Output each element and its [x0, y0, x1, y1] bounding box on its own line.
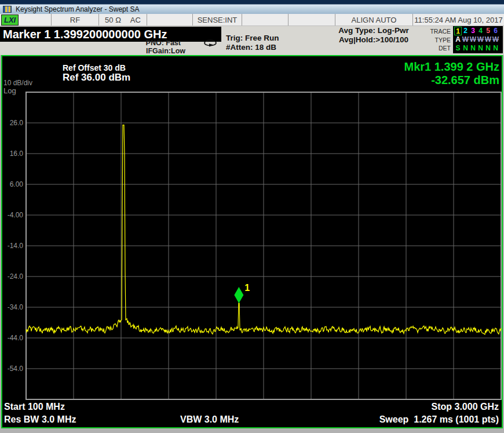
- trace-label: TRACE: [430, 27, 451, 36]
- align-indicator: ALIGN AUTO: [352, 16, 397, 24]
- y-axis-label: 26.0: [2, 119, 23, 127]
- title-bar[interactable]: Keysight Spectrum Analyzer - Swept SA: [0, 0, 504, 14]
- trace-select-button-5[interactable]: 5: [484, 27, 492, 35]
- pno-ifgain-block: PNO: Fast IFGain:Low: [86, 39, 200, 55]
- trace-type-cell-5: W: [484, 35, 492, 44]
- stop-freq-readout: Stop 3.000 GHz: [432, 402, 499, 412]
- impedance-indicator: 50 Ω: [105, 16, 121, 24]
- marker-freq-readout: Mkr1 1.399 2 GHz: [404, 60, 499, 74]
- status-seg-lxi: LXI: [0, 14, 51, 26]
- window-title: Keysight Spectrum Analyzer - Swept SA: [16, 5, 139, 13]
- y-axis-label: -4.00: [2, 211, 23, 219]
- y-axis-label: -54.0: [2, 365, 23, 373]
- atten-readout: #Atten: 18 dB: [226, 43, 279, 52]
- status-seg-blank-2: [242, 14, 288, 26]
- pno-readout: PNO: Fast: [86, 39, 200, 47]
- res-bw-readout: Res BW 3.0 MHz: [4, 414, 76, 425]
- ifgain-readout: IFGain:Low: [86, 47, 200, 55]
- sweep-time-readout: Sweep 1.267 ms (1001 pts): [379, 414, 499, 425]
- ref-offset-readout: Ref Offset 30 dB: [63, 63, 126, 72]
- trace-detector-cell-4: N: [477, 44, 484, 53]
- trace-detector-cell-1: S: [454, 44, 462, 53]
- status-seg-clock: 11:55:24 AM Aug 10, 2017: [412, 14, 504, 26]
- det-label: DET: [430, 44, 451, 53]
- trigger-block: Trig: Free Run #Atten: 18 dB: [226, 34, 279, 52]
- status-seg-sense: SENSE:INT: [192, 14, 242, 26]
- spectrum-analyzer-window: { "title_bar": { "title": "Keysight Spec…: [0, 0, 504, 433]
- average-block: Avg Type: Log-Pwr Avg|Hold:>100/100: [316, 26, 432, 44]
- start-freq-readout: Start 100 MHz: [4, 402, 65, 412]
- marker-1-label: 1: [244, 283, 250, 293]
- y-axis-label: -44.0: [2, 334, 23, 342]
- clock-readout: 11:55:24 AM Aug 10, 2017: [414, 16, 502, 24]
- trace-type-cell-6: W: [492, 35, 499, 44]
- status-seg-blank-3: [288, 14, 335, 26]
- status-bar: LXI RF 50 Ω AC SENSE:INT ALIGN AUTO 11:5…: [0, 14, 504, 26]
- trace-select-button-3[interactable]: 3: [469, 27, 477, 35]
- spectrum-plot[interactable]: 1: [2, 56, 502, 427]
- status-seg-align: ALIGN AUTO: [335, 14, 412, 26]
- rf-indicator: RF: [70, 16, 80, 24]
- trace-legend-block: 123456 AWWWWW SNNNNN: [453, 26, 503, 53]
- trace-type-cell-4: W: [477, 35, 484, 44]
- marker-1-diamond-icon[interactable]: [234, 287, 243, 303]
- sense-indicator: SENSE:INT: [198, 16, 238, 24]
- y-axis-labels: 26.016.06.00-4.00-14.0-24.0-34.0-44.0-54…: [2, 56, 24, 404]
- type-label: TYPE: [430, 36, 451, 45]
- y-axis-label: 6.00: [2, 180, 23, 188]
- avg-hold-readout: Avg|Hold:>100/100: [316, 35, 432, 45]
- status-seg-input: 50 Ω AC: [98, 14, 147, 26]
- trace-detector-row: SNNNNN: [454, 44, 503, 53]
- trace-select-button-6[interactable]: 6: [492, 27, 499, 35]
- status-seg-blank-1: [147, 14, 192, 26]
- trace-detector-cell-5: N: [484, 44, 492, 53]
- app-icon: [3, 6, 12, 13]
- trace-select-button-2[interactable]: 2: [462, 27, 469, 35]
- trace-type-cell-2: W: [462, 35, 469, 44]
- ref-level-readout: Ref 36.00 dBm: [63, 72, 130, 83]
- trace-number-row: 123456: [454, 27, 503, 35]
- header-annotation-area: Marker 1 1.399200000000 GHz PNO: Fast IF…: [0, 26, 504, 55]
- y-axis-label: -14.0: [2, 242, 23, 250]
- spectrum-display: 1 Ref Offset 30 dB Ref 36.00 dBm Mkr1 1.…: [1, 55, 503, 428]
- trace-detector-cell-2: N: [462, 44, 469, 53]
- trace-detector-cell-3: N: [469, 44, 477, 53]
- trace-select-button-4[interactable]: 4: [477, 27, 484, 35]
- trace-select-button-1[interactable]: 1: [454, 27, 462, 35]
- lxi-indicator: LXI: [1, 14, 19, 26]
- status-seg-rf: RF: [51, 14, 98, 26]
- trace-type-cell-3: W: [469, 35, 477, 44]
- continuous-sweep-icon: [203, 39, 218, 48]
- trace-type-cell-1: A: [454, 35, 462, 44]
- trace-type-row: AWWWWW: [454, 35, 503, 44]
- trace-detector-cell-6: N: [492, 44, 499, 53]
- coupling-indicator: AC: [130, 16, 141, 24]
- avg-type-readout: Avg Type: Log-Pwr: [316, 26, 432, 35]
- video-bw-readout: VBW 3.0 MHz: [180, 414, 239, 425]
- marker-amp-readout: -32.657 dBm: [404, 74, 499, 87]
- trigger-readout: Trig: Free Run: [226, 34, 279, 43]
- trace-legend-labels: TRACE TYPE DET: [430, 27, 451, 53]
- y-axis-label: -24.0: [2, 272, 23, 281]
- marker-result-readout: Mkr1 1.399 2 GHz -32.657 dBm: [404, 60, 499, 87]
- y-axis-label: -34.0: [2, 303, 23, 311]
- y-axis-label: 16.0: [2, 150, 23, 158]
